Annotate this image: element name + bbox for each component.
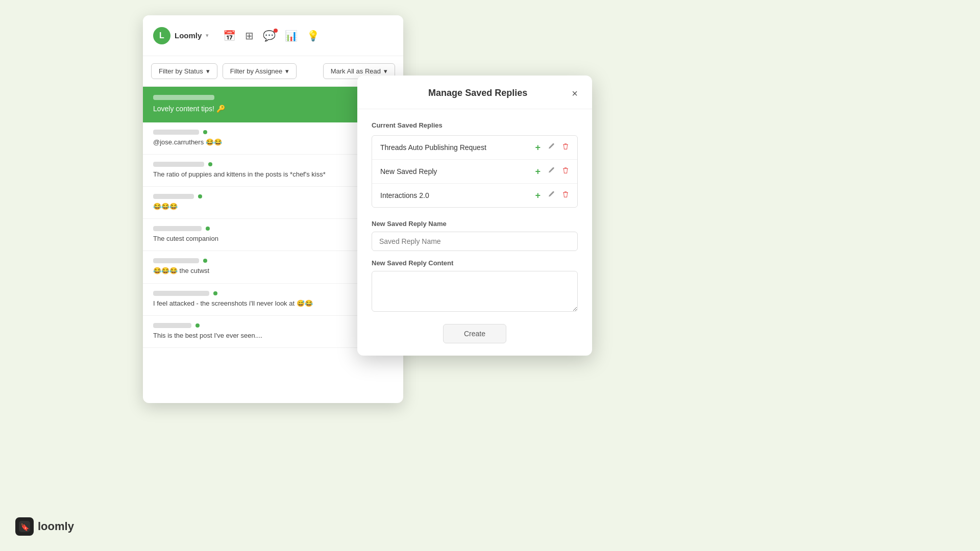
brand-avatar: L: [153, 27, 170, 44]
chat-icon[interactable]: 💬: [263, 30, 276, 42]
saved-reply-row: New Saved Reply +: [372, 160, 577, 184]
filter-status-chevron-icon: ▾: [206, 67, 210, 75]
brand[interactable]: L Loomly ▾: [153, 27, 209, 44]
new-reply-content-label: New Saved Reply Content: [372, 259, 578, 267]
saved-reply-actions: +: [535, 191, 569, 200]
filter-assignee-button[interactable]: Filter by Assignee ▾: [223, 63, 297, 79]
current-replies-section-label: Current Saved Replies: [372, 121, 578, 129]
online-dot: [195, 323, 200, 328]
modal-header: Manage Saved Replies ×: [357, 76, 592, 109]
brand-chevron-icon: ▾: [206, 32, 209, 39]
name-placeholder: [153, 130, 199, 135]
online-dot: [206, 227, 210, 231]
saved-reply-name: New Saved Reply: [380, 167, 535, 176]
name-placeholder: [153, 291, 209, 296]
new-reply-content-textarea[interactable]: [372, 271, 578, 312]
bottom-brand-text: loomly: [38, 520, 74, 533]
bottom-brand: 🔖 loomly: [15, 517, 74, 536]
add-reply-button[interactable]: +: [535, 167, 541, 176]
edit-reply-button[interactable]: [548, 143, 555, 152]
online-dot: [213, 291, 217, 295]
saved-reply-actions: +: [535, 143, 569, 152]
manage-saved-replies-modal: Manage Saved Replies × Current Saved Rep…: [357, 76, 592, 356]
new-reply-name-label: New Saved Reply Name: [372, 220, 578, 228]
name-placeholder: [153, 258, 199, 263]
saved-replies-table: Threads Auto Publishing Request +: [372, 135, 578, 208]
nav-icons: 📅 ⊞ 💬 📊 💡: [223, 30, 320, 42]
create-reply-button[interactable]: Create: [443, 324, 506, 343]
delete-reply-button[interactable]: [562, 191, 569, 200]
edit-reply-button[interactable]: [548, 191, 555, 200]
name-placeholder: [153, 194, 194, 199]
grid-icon[interactable]: ⊞: [245, 30, 254, 42]
filter-status-button[interactable]: Filter by Status ▾: [151, 63, 217, 79]
saved-reply-row: Threads Auto Publishing Request +: [372, 136, 577, 160]
modal-body: Current Saved Replies Threads Auto Publi…: [357, 109, 592, 356]
add-reply-button[interactable]: +: [535, 143, 541, 152]
filter-assignee-chevron-icon: ▾: [285, 67, 289, 75]
online-dot: [203, 130, 207, 134]
modal-close-button[interactable]: ×: [572, 88, 578, 98]
delete-reply-button[interactable]: [562, 167, 569, 176]
bottom-brand-icon: 🔖: [15, 517, 34, 536]
name-placeholder: [153, 226, 202, 231]
calendar-icon[interactable]: 📅: [223, 30, 236, 42]
filter-status-label: Filter by Status: [159, 67, 203, 75]
chart-icon[interactable]: 📊: [285, 30, 298, 42]
name-placeholder: [153, 95, 214, 100]
filter-assignee-label: Filter by Assignee: [230, 67, 283, 75]
new-reply-name-input[interactable]: [372, 232, 578, 251]
delete-reply-button[interactable]: [562, 143, 569, 152]
modal-title: Manage Saved Replies: [384, 88, 572, 98]
name-placeholder: [153, 323, 191, 328]
online-dot: [198, 194, 202, 198]
top-nav: L Loomly ▾ 📅 ⊞ 💬 📊 💡: [143, 15, 403, 56]
saved-reply-row: Interactions 2.0 +: [372, 184, 577, 207]
edit-reply-button[interactable]: [548, 167, 555, 176]
notification-dot: [274, 29, 278, 33]
name-placeholder: [153, 162, 204, 167]
saved-reply-name: Interactions 2.0: [380, 191, 535, 199]
online-dot: [203, 259, 207, 263]
mark-all-chevron-icon: ▾: [384, 67, 387, 75]
saved-reply-actions: +: [535, 167, 569, 176]
svg-text:🔖: 🔖: [20, 523, 30, 532]
saved-reply-name: Threads Auto Publishing Request: [380, 143, 535, 152]
brand-name: Loomly: [175, 31, 202, 40]
online-dot: [208, 162, 212, 166]
lightbulb-icon[interactable]: 💡: [307, 30, 320, 42]
add-reply-button[interactable]: +: [535, 191, 541, 200]
mark-all-read-label: Mark All as Read: [331, 67, 381, 75]
